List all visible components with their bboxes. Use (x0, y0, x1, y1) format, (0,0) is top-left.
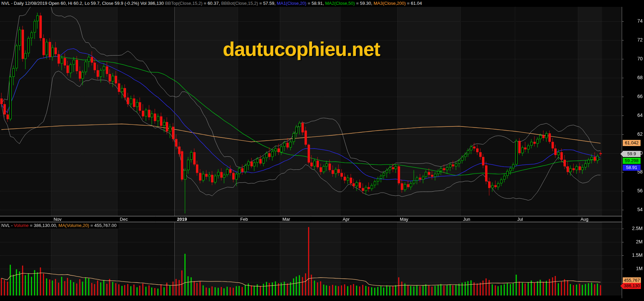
ma200-indicator-value: = 61.04 (406, 1, 422, 6)
volume-ma-value: = 455,767.00 (89, 223, 116, 228)
volume-axis-label: 2.5M (623, 226, 643, 231)
x-axis-tick-label-2019: 2019 (177, 217, 187, 222)
volume-axis-label: 1M (623, 266, 643, 271)
x-axis-tick-label-feb: Feb (240, 217, 248, 222)
volume-symbol-prefix: NVL - (1, 223, 14, 228)
x-axis-tick-label-nov: Nov (53, 217, 61, 222)
ma200-indicator-label: MA3(Close,200) (373, 1, 406, 6)
price-axis-label: 70 (623, 56, 643, 61)
ma50-indicator-label: MA2(Close,50) (325, 1, 355, 6)
x-axis-tick-label-jun: Jun (463, 217, 470, 222)
x-axis-tick-label-jul: Jul (517, 217, 523, 222)
last-price-tag: 59.9 (623, 151, 641, 157)
x-axis-tick-label-apr: Apr (343, 217, 349, 222)
price-pane-title-bar: NVL - Daily 12/08/2019 Open 60, Hi 60.2,… (0, 0, 644, 7)
bbbot-indicator-value: = 57.59, (258, 1, 277, 6)
ma50-price-tag: 59.298 (623, 158, 641, 164)
price-axis-label: 74 (623, 18, 643, 24)
left-arrow-pointer (620, 284, 623, 288)
volume-ma-label: MA(Volume,20) (59, 223, 89, 228)
ma200-price-tag: 61.042 (623, 140, 641, 146)
volume-pane-title-bar: NVL - Volume = 386,130.00, MA(Volume,20)… (1, 222, 119, 229)
symbol-ohlc-summary: NVL - Daily 12/08/2019 Open 60, Hi 60.2,… (1, 1, 165, 6)
current-volume-tag: 386,130 (623, 283, 641, 289)
left-arrow-pointer (620, 152, 623, 156)
price-axis-label: 66 (623, 94, 643, 99)
volume-indicator-value: = 386,130.00, (29, 223, 59, 228)
price-axis-label: 68 (623, 75, 643, 80)
bbtop-indicator-label: BBTop(Close,15,2) (165, 1, 202, 6)
price-axis-label: 64 (623, 112, 643, 118)
bbtop-indicator-value: = 60.37, (202, 1, 221, 6)
volume-indicator-label: Volume (14, 223, 28, 228)
ma20-price-tag: 58.91 (623, 165, 641, 171)
ma50-indicator-value: = 59.30, (355, 1, 374, 6)
x-axis-tick-label-mar: Mar (282, 217, 290, 222)
price-axis-label: 62 (623, 131, 643, 137)
bbbot-indicator-label: BBBot(Close,15,2) (221, 1, 258, 6)
price-axis-label: 54 (623, 207, 643, 212)
charting-app-window: NVL - Daily 12/08/2019 Open 60, Hi 60.2,… (0, 0, 644, 301)
volume-axis-label: 2M (623, 239, 643, 244)
volume-axis-label: 1.5M (623, 252, 643, 258)
ma20-indicator-value: = 58.91, (307, 1, 325, 6)
watermark-text: dautucophieu.net (223, 38, 380, 60)
ma20-indicator-label: MA1(Close,20) (277, 1, 307, 6)
x-axis-tick-label-may: May (400, 217, 408, 222)
price-axis-label: 72 (623, 37, 643, 43)
x-axis-tick-label-dec: Dec (120, 217, 128, 222)
price-axis-label: 56 (623, 188, 643, 193)
x-axis-tick-label-aug: Aug (581, 217, 589, 222)
